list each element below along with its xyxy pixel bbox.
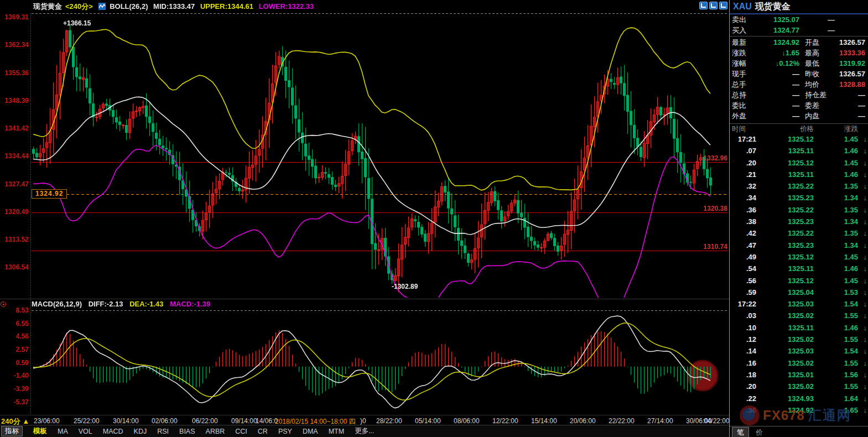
quote-row: 涨幅↓0.12%最低1319.92	[730, 58, 868, 69]
quote-title: XAU现货黄金	[730, 0, 868, 14]
time-axis-label: 05/14:00	[415, 417, 441, 425]
tick-row: .161325.021.55↓	[730, 357, 868, 369]
toolbar-item-macd[interactable]: MACD	[103, 428, 123, 435]
time-axis-label: 25/22:00	[74, 417, 100, 425]
tick-row: .071325.111.46↓	[730, 145, 868, 157]
macd-axis-label: 8.53	[0, 306, 29, 314]
quote-row: 总持—持仓差—	[730, 90, 868, 100]
toolbar-item-arbr[interactable]: ARBR	[206, 428, 225, 435]
macd-axis-label: -5.37	[0, 398, 29, 406]
toolbar-item-ma[interactable]: MA	[58, 428, 68, 435]
tick-mode-tabs: 笔 价	[730, 426, 868, 437]
quote-row: 外盘—内盘—	[730, 111, 868, 121]
time-axis-label: 02/06:00	[152, 417, 178, 425]
symbol-name: 现货黄金	[755, 2, 791, 11]
layout-three-pane-button[interactable]	[719, 2, 727, 9]
layout-two-pane-button[interactable]	[709, 2, 718, 9]
bid-row: 买入1324.77—	[730, 25, 868, 35]
tick-row: .561325.121.45↓	[730, 275, 868, 287]
toolbar-item-bias[interactable]: BIAS	[179, 428, 195, 435]
toolbar-item-rsi[interactable]: RSI	[157, 428, 169, 435]
quote-row: 总手—均价1328.88	[730, 79, 868, 90]
tick-row: .471325.231.34↓	[730, 240, 868, 251]
time-axis-label: 23/06:00	[34, 417, 60, 425]
toolbar-item-mtm[interactable]: MTM	[329, 428, 344, 435]
tick-list[interactable]: 17:211325.121.45↓.071325.111.46↓.201325.…	[730, 133, 868, 416]
price-axis-label: 1313.52	[0, 236, 29, 243]
price-axis-label: 1320.49	[0, 208, 29, 216]
time-axis-label: 28/22:00	[376, 417, 402, 425]
boll-label: BOLL(26,2)	[110, 2, 148, 11]
toolbar-item-kdj[interactable]: KDJ	[134, 428, 147, 435]
watermark: FX678 汇通网	[740, 405, 851, 425]
toolbar-item-template[interactable]: 模板	[33, 426, 47, 436]
toolbar-item-cci[interactable]: CCI	[235, 428, 247, 435]
macd-axis-label: 2.57	[0, 346, 29, 353]
macd-axis-label: -3.39	[0, 385, 29, 393]
macd-name: MACD(26,12,9)	[32, 300, 82, 308]
macd-macd-value: MACD:-1.39	[170, 300, 210, 308]
price-axis-label: 1362.34	[0, 41, 29, 49]
toolbar-item-cr[interactable]: CR	[258, 428, 268, 435]
toolbar-item-更多...[interactable]: 更多...	[355, 426, 374, 436]
boll-upper-value: UPPER:1344.61	[200, 2, 253, 11]
tick-row: .381325.231.34↓	[730, 216, 868, 227]
trading-terminal: 现货黄金<240分> BOLL(26,2) MID:1333.47 UPPER:…	[0, 0, 868, 437]
tick-row: .121325.021.55↓	[730, 334, 868, 345]
time-axis-label: 06/22:00	[192, 417, 218, 425]
macd-axis-label: 6.55	[0, 320, 29, 327]
boll-lower-value: LOWER:1322.33	[259, 2, 314, 11]
indicator-icon	[98, 3, 106, 10]
price-axis-label: 1327.47	[0, 180, 29, 188]
tab-by-trade[interactable]: 笔	[732, 427, 749, 437]
high-annotation: +1366.15	[63, 19, 91, 27]
tick-row: .491325.121.45↓	[730, 251, 868, 263]
tick-row: .031325.021.55↓	[730, 310, 868, 321]
tick-row: .321325.221.35↓	[730, 180, 868, 192]
level-price-label: 1310.74	[694, 243, 727, 251]
layout-one-pane-button[interactable]	[699, 2, 708, 9]
toolbar-item-dma[interactable]: DMA	[303, 428, 318, 435]
boll-mid-value: MID:1333.47	[153, 2, 195, 11]
watermark-logo-icon	[740, 405, 760, 425]
tick-row: 17:221325.031.54↓	[730, 298, 868, 310]
alert-dot-icon[interactable]	[1, 301, 6, 307]
time-axis-label: )0	[360, 417, 366, 425]
tick-list-header: 时间 价格 涨跌	[730, 123, 868, 133]
time-axis: 240分 ▲ 23/06:0025/22:0030/14:0002/06:000…	[0, 415, 730, 425]
toolbar-item-vol[interactable]: VOL	[79, 428, 92, 435]
price-axis-label: 1341.42	[0, 124, 29, 132]
time-axis-label: 04/22:00	[704, 417, 730, 425]
tab-by-price[interactable]: 价	[751, 428, 767, 437]
tick-row: .421325.221.35↓	[730, 227, 868, 239]
quote-row: 涨跌↓1.65最高1333.36	[730, 48, 868, 58]
current-price-tag: 1324.92	[32, 189, 67, 199]
time-axis-label: 12/22:00	[492, 417, 518, 425]
macd-axis-label: 0.59	[0, 359, 29, 367]
price-axis-label: 1355.36	[0, 69, 29, 77]
macd-dea-value: DEA:-1.43	[129, 300, 163, 308]
level-price-label: 1332.96	[694, 154, 727, 162]
toolbar-item-psy[interactable]: PSY	[278, 428, 292, 435]
macd-header: MACD(26,12,9) DIFF:-2.13 DEA:-1.43 MACD:…	[32, 300, 215, 308]
tick-row: .181325.011.56↓	[730, 369, 868, 381]
quote-row: 委比—委差—	[730, 100, 868, 111]
tick-row: .591325.041.53↓	[730, 287, 868, 298]
symbol-title: 现货黄金	[33, 2, 62, 11]
time-axis-label: 15/14:00	[531, 417, 557, 425]
tick-row: .141325.031.54↓	[730, 345, 868, 357]
price-axis-label: 1306.54	[0, 263, 29, 271]
quote-panel: XAU现货黄金 卖出1325.07—买入1324.77— 最新1324.92开盘…	[729, 0, 868, 437]
chart-header: 现货黄金<240分> BOLL(26,2) MID:1333.47 UPPER:…	[33, 2, 317, 12]
time-axis-label: 09/14:00	[231, 417, 257, 425]
quote-row: 现手—昨收1326.57	[730, 69, 868, 79]
period-tag: <240分>	[65, 2, 93, 11]
tick-row: .361325.221.35↓	[730, 204, 868, 216]
toolbar-item-indicator[interactable]: 指标	[1, 426, 23, 436]
price-axis-label: 1369.31	[0, 13, 29, 21]
chart-canvas[interactable]	[0, 0, 730, 415]
macd-diff-value: DIFF:-2.13	[89, 300, 123, 308]
time-axis-label: 27/14:00	[647, 417, 673, 425]
price-axis-label: 1334.44	[0, 152, 29, 160]
price-axis-label: 1348.39	[0, 97, 29, 105]
